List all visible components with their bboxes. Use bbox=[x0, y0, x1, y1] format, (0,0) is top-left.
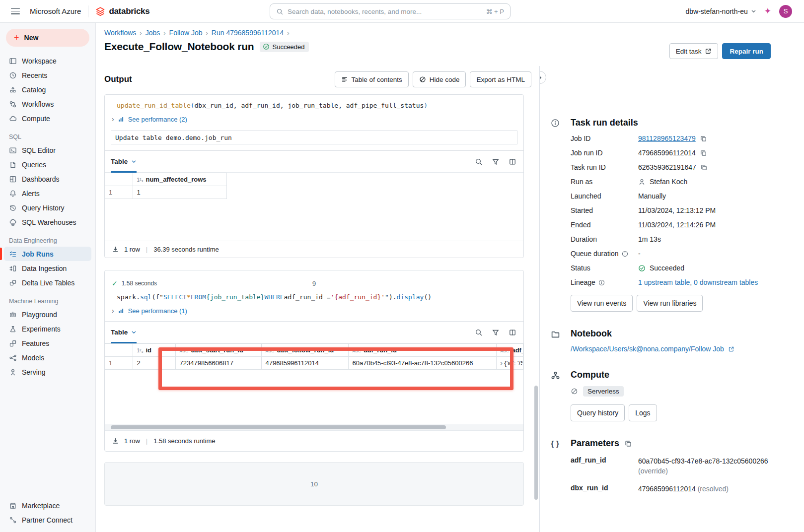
row-number-header bbox=[105, 173, 133, 186]
table-row[interactable]: 1 2 723479856606817 479685996112014 60a7… bbox=[105, 357, 523, 370]
copy-icon[interactable] bbox=[700, 135, 707, 142]
download-icon[interactable] bbox=[112, 246, 119, 253]
detail-row-job-run-id: Job run ID 479685996112014 bbox=[571, 149, 794, 157]
sidebar-item-workspace[interactable]: Workspace bbox=[4, 54, 91, 68]
global-search-input[interactable]: Search data, notebooks, recents, and mor… bbox=[270, 3, 511, 19]
download-icon[interactable] bbox=[112, 437, 119, 445]
sidebar-item-sql-editor[interactable]: SQL Editor bbox=[4, 143, 91, 157]
sidebar-item-experiments[interactable]: Experiments bbox=[4, 322, 91, 336]
table-tab[interactable]: Table bbox=[111, 322, 137, 343]
notebook-cell-8: update_run_id_table(dbx_run_id, adf_run_… bbox=[104, 94, 524, 258]
row-number-header bbox=[105, 344, 133, 357]
cell-code[interactable]: spark.sql(f"SELECT * FROM {job_run_table… bbox=[105, 291, 523, 302]
sidebar-item-label: Job Runs bbox=[22, 250, 54, 258]
ended-value: 11/03/2024, 12:14:26 PM bbox=[638, 221, 716, 229]
sidebar-item-alerts[interactable]: Alerts bbox=[4, 186, 91, 200]
footer-divider: | bbox=[146, 246, 147, 253]
query-history-button[interactable]: Query history bbox=[571, 404, 625, 421]
folder-icon bbox=[549, 329, 561, 353]
view-run-libraries-button[interactable]: View run libraries bbox=[637, 295, 703, 312]
workspace-picker[interactable]: dbw-stefan-north-eu bbox=[685, 7, 756, 15]
external-link-icon bbox=[728, 346, 734, 352]
sidebar-item-marketplace[interactable]: Marketplace bbox=[4, 498, 91, 513]
vertical-scrollbar-thumb[interactable] bbox=[534, 386, 538, 500]
horizontal-scrollbar[interactable] bbox=[105, 424, 523, 430]
hide-code-button[interactable]: Hide code bbox=[413, 71, 466, 87]
lineage-link[interactable]: 1 upstream table, 0 downstream tables bbox=[638, 278, 758, 286]
assistant-sparkle-icon[interactable]: ✦ bbox=[764, 6, 771, 16]
sidebar-item-partner-connect[interactable]: Partner Connect bbox=[4, 513, 91, 527]
run-as-value: Stefan Koch bbox=[650, 178, 687, 186]
table-of-contents-label: Table of contents bbox=[352, 76, 402, 83]
sidebar-item-compute[interactable]: Compute bbox=[4, 111, 91, 126]
sidebar-item-workflows[interactable]: Workflows bbox=[4, 97, 91, 111]
sidebar-item-query-history[interactable]: Query History bbox=[4, 200, 91, 215]
copy-icon[interactable] bbox=[700, 164, 708, 171]
new-button[interactable]: + New bbox=[6, 29, 89, 47]
copy-icon[interactable] bbox=[700, 149, 707, 157]
sidebar-item-job-runs[interactable]: Job Runs bbox=[4, 247, 91, 261]
export-as-html-button[interactable]: Export as HTML bbox=[470, 71, 531, 87]
search-results-icon[interactable] bbox=[475, 329, 483, 336]
sidebar-item-catalog[interactable]: Catalog bbox=[4, 82, 91, 97]
column-header-dbx-start-run-id[interactable]: ABCdbx_start_run_id bbox=[175, 344, 261, 357]
notebook-cell-10: 10 bbox=[104, 462, 524, 506]
repair-run-button[interactable]: Repair run bbox=[722, 43, 771, 59]
sidebar-item-models[interactable]: Models bbox=[4, 350, 91, 365]
sidebar-item-recents[interactable]: Recents bbox=[4, 68, 91, 82]
table-of-contents-button[interactable]: Table of contents bbox=[335, 71, 409, 87]
see-performance-link[interactable]: › See performance (1) bbox=[105, 305, 523, 316]
filter-icon[interactable] bbox=[492, 329, 500, 336]
parameter-note: (override) bbox=[638, 467, 668, 475]
sidebar-item-sql-warehouses[interactable]: SQL Warehouses bbox=[4, 215, 91, 229]
notebook-path-link[interactable]: /Workspace/Users/sk@nona.company/Follow … bbox=[571, 345, 724, 353]
column-header-adf-run-id[interactable]: ABCadf_run_id bbox=[348, 344, 496, 357]
edit-task-button[interactable]: Edit task bbox=[669, 43, 719, 59]
user-avatar[interactable]: S bbox=[779, 5, 792, 18]
footer-divider: | bbox=[146, 437, 147, 445]
partner-connect-icon bbox=[9, 516, 17, 524]
breadcrumb-follow-job[interactable]: Follow Job bbox=[169, 29, 203, 37]
column-header-dbx-follow-run-id[interactable]: ABCdbx_follow_run_id bbox=[261, 344, 348, 357]
job-id-link[interactable]: 981128965123479 bbox=[638, 134, 696, 142]
cell-code[interactable]: update_run_id_table(dbx_run_id, adf_run_… bbox=[105, 100, 523, 111]
logs-button[interactable]: Logs bbox=[629, 404, 657, 421]
columns-icon[interactable] bbox=[509, 329, 516, 336]
column-header-adf-run-partial[interactable]: ABCadf_run_ bbox=[496, 344, 523, 357]
column-header-num-affected-rows[interactable]: 1²₃num_affected_rows bbox=[133, 173, 226, 186]
chevron-right-icon bbox=[539, 75, 543, 80]
task-run-details-section: Task run details Job ID 981128965123479 … bbox=[549, 118, 794, 312]
breadcrumb-separator: › bbox=[206, 29, 208, 37]
sidebar-item-dashboards[interactable]: Dashboards bbox=[4, 172, 91, 186]
columns-icon[interactable] bbox=[509, 158, 516, 166]
see-performance-link[interactable]: › See performance (2) bbox=[105, 114, 523, 125]
collapse-panel-button[interactable] bbox=[539, 71, 546, 84]
column-header-id[interactable]: 1²₃id bbox=[133, 344, 175, 357]
experiments-icon bbox=[9, 325, 17, 333]
copy-icon[interactable] bbox=[624, 440, 632, 448]
cell-adf-run-json[interactable]: › {'id': '/SUI bbox=[496, 357, 523, 370]
breadcrumb-jobs[interactable]: Jobs bbox=[146, 29, 160, 37]
scrollbar-thumb[interactable] bbox=[111, 425, 446, 429]
view-run-events-button[interactable]: View run events bbox=[571, 295, 633, 312]
info-icon bbox=[598, 279, 605, 286]
search-results-icon[interactable] bbox=[475, 158, 483, 166]
table-row[interactable]: 1 1 bbox=[105, 186, 523, 199]
sidebar-item-data-ingestion[interactable]: Data Ingestion bbox=[4, 261, 91, 275]
sidebar-item-delta-live-tables[interactable]: Delta Live Tables bbox=[4, 275, 91, 290]
hamburger-menu-icon[interactable] bbox=[11, 8, 20, 14]
info-icon bbox=[622, 251, 628, 257]
queries-icon bbox=[9, 161, 17, 169]
filter-icon[interactable] bbox=[492, 158, 500, 166]
sidebar-item-features[interactable]: Features bbox=[4, 336, 91, 350]
table-tab[interactable]: Table bbox=[111, 151, 137, 172]
sidebar-section-sql: SQL bbox=[9, 133, 95, 140]
breadcrumb-workflows[interactable]: Workflows bbox=[104, 29, 136, 37]
sidebar-item-queries[interactable]: Queries bbox=[4, 157, 91, 172]
sidebar-item-label: SQL Editor bbox=[22, 146, 56, 154]
databricks-logo[interactable]: databricks bbox=[95, 6, 149, 16]
sidebar-item-serving[interactable]: Serving bbox=[4, 365, 91, 379]
breadcrumb-run-id[interactable]: Run 479685996112014 bbox=[212, 29, 284, 37]
sidebar-item-playground[interactable]: Playground bbox=[4, 307, 91, 322]
page-header: Workflows› Jobs› Follow Job› Run 4796859… bbox=[96, 23, 804, 66]
